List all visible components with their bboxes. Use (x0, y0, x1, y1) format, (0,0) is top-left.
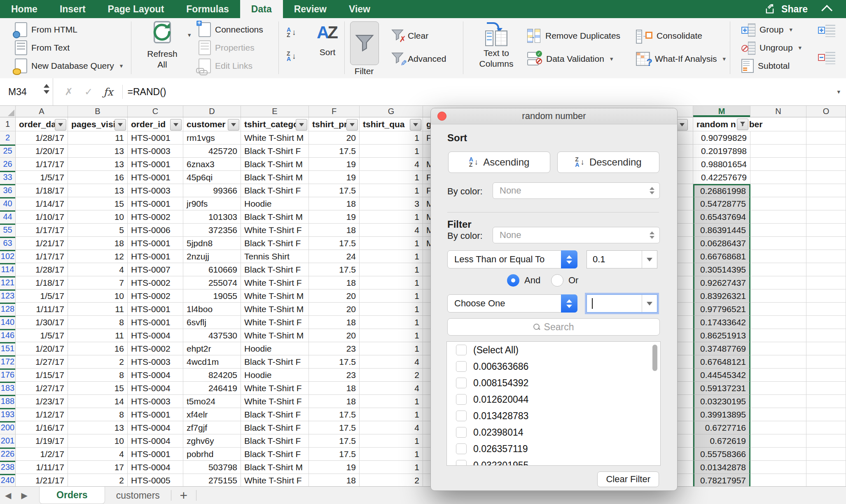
cell[interactable]: 101303 (183, 210, 241, 224)
cell[interactable] (750, 421, 806, 434)
cell[interactable]: zf7gjf (183, 421, 241, 434)
sheet-tab-customers[interactable]: customers (105, 487, 171, 504)
cell[interactable]: 1 (360, 395, 423, 408)
filter-value-item[interactable]: 0.008154392 (447, 375, 660, 391)
filter-value-item[interactable]: 0.013428783 (447, 408, 660, 424)
row-header-40[interactable]: 40 (0, 197, 16, 210)
cell[interactable]: 11 (68, 131, 128, 145)
cell[interactable]: Hoodie (241, 197, 309, 210)
cell[interactable]: 17.5 (309, 408, 360, 421)
cell[interactable]: 1 (360, 184, 423, 197)
cell[interactable]: 1 (360, 342, 423, 355)
cell[interactable]: 1/2/17 (16, 448, 68, 461)
cell[interactable]: 0.92627437 (693, 276, 750, 289)
filter-dropdown-icon[interactable] (410, 119, 421, 131)
cell[interactable]: 18 (68, 237, 128, 250)
row-header-33[interactable]: 33 (0, 171, 16, 184)
cell[interactable]: Black T-Shirt M (241, 158, 309, 171)
filter-value-item[interactable]: (Select All) (447, 342, 660, 358)
tab-view[interactable]: View (338, 0, 381, 18)
cell[interactable]: 7 (68, 276, 128, 289)
cell[interactable]: 16 (68, 342, 128, 355)
cell[interactable]: 0.67648121 (693, 355, 750, 369)
name-box-stepper[interactable] (44, 84, 49, 94)
cell[interactable]: 11 (68, 303, 128, 316)
cell[interactable]: 15 (68, 382, 128, 395)
cell[interactable]: 1/17/17 (16, 250, 68, 263)
cell[interactable] (750, 250, 806, 263)
cell[interactable]: 1/11/17 (16, 461, 68, 474)
cell[interactable]: 0.42257679 (693, 171, 750, 184)
cell[interactable]: 1/11/17 (16, 303, 68, 316)
cell[interactable] (750, 408, 806, 421)
cell[interactable] (806, 197, 846, 210)
and-radio-icon[interactable] (507, 274, 519, 287)
cell[interactable]: 2 (360, 474, 423, 487)
cell[interactable]: 19 (309, 171, 360, 184)
cell[interactable]: 5 (68, 224, 128, 237)
select-all-corner[interactable] (0, 105, 16, 117)
cell[interactable]: HTS-0001 (128, 197, 183, 210)
cell[interactable]: 1 (360, 250, 423, 263)
cell[interactable] (806, 237, 846, 250)
cell[interactable]: 17.5 (309, 145, 360, 158)
cell[interactable]: HTS-0001 (128, 171, 183, 184)
cell[interactable]: 275155 (183, 474, 241, 487)
insert-function-icon[interactable]: ƒx (103, 86, 113, 98)
row-header-102[interactable]: 102 (0, 250, 16, 263)
cell[interactable]: 1/27/17 (16, 355, 68, 369)
row-header-240[interactable]: 240 (0, 474, 16, 487)
cell[interactable]: White T-Shirt F (241, 474, 309, 487)
cell[interactable]: 0.06286437 (693, 237, 750, 250)
cell[interactable] (806, 355, 846, 369)
cell[interactable]: 0.17433642 (693, 316, 750, 329)
filter-value-item[interactable]: 0.032301955 (447, 457, 660, 466)
or-radio-icon[interactable] (551, 274, 563, 287)
cell[interactable]: 4 (68, 448, 128, 461)
confirm-icon[interactable]: ✓ (84, 86, 93, 98)
cell[interactable]: 19 (309, 158, 360, 171)
column-header-D[interactable]: D (183, 105, 241, 117)
second-operator-select[interactable]: Choose One (447, 294, 577, 313)
sort-button[interactable]: AZ Sort (313, 24, 342, 58)
cell[interactable]: 18 (309, 224, 360, 237)
cell[interactable]: 1 (360, 145, 423, 158)
row-header-63[interactable]: 63 (0, 237, 16, 250)
cell[interactable]: 18 (309, 395, 360, 408)
cell[interactable]: White T-Shirt M (241, 303, 309, 316)
list-scrollbar-thumb[interactable] (652, 345, 657, 371)
cell[interactable] (806, 131, 846, 145)
from-text-button[interactable]: From Text (15, 41, 70, 55)
cell[interactable]: 13 (68, 421, 128, 434)
cell[interactable] (806, 408, 846, 421)
dialog-title-bar[interactable]: random number (431, 108, 677, 124)
cell[interactable]: HTS-0004 (128, 329, 183, 342)
cell[interactable]: 10 (68, 289, 128, 303)
cell[interactable]: 45p6qi (183, 171, 241, 184)
cell[interactable]: 0.90799829 (693, 131, 750, 145)
cell[interactable]: HTS-0003 (128, 184, 183, 197)
cell[interactable]: 6znax3 (183, 158, 241, 171)
cell[interactable]: HTS-0007 (128, 263, 183, 276)
cell[interactable]: White T-Shirt F (241, 395, 309, 408)
cell[interactable]: 1/21/17 (16, 474, 68, 487)
row-header-140[interactable]: 140 (0, 316, 16, 329)
cell[interactable]: 11 (68, 329, 128, 342)
cell[interactable]: HTS-0003 (128, 145, 183, 158)
cell[interactable] (806, 382, 846, 395)
cell[interactable] (806, 474, 846, 487)
cell[interactable]: 13 (68, 184, 128, 197)
collapse-ribbon-icon[interactable] (821, 5, 832, 16)
connections-button[interactable]: Connections (199, 23, 263, 37)
cell[interactable]: 1/19/17 (16, 434, 68, 448)
cell[interactable]: HTS-0003 (128, 395, 183, 408)
column-header-F[interactable]: F (309, 105, 360, 117)
cell[interactable]: Black T-Shirt F (241, 421, 309, 434)
cell[interactable]: 18 (309, 382, 360, 395)
tab-formulas[interactable]: Formulas (175, 0, 240, 18)
prev-sheet-icon[interactable]: ◀ (0, 487, 16, 504)
cell[interactable]: 19 (309, 210, 360, 224)
tab-insert[interactable]: Insert (49, 0, 97, 18)
clear-filter-button[interactable]: ✗ Clear (391, 29, 428, 43)
cell[interactable]: 1/15/17 (16, 369, 68, 382)
